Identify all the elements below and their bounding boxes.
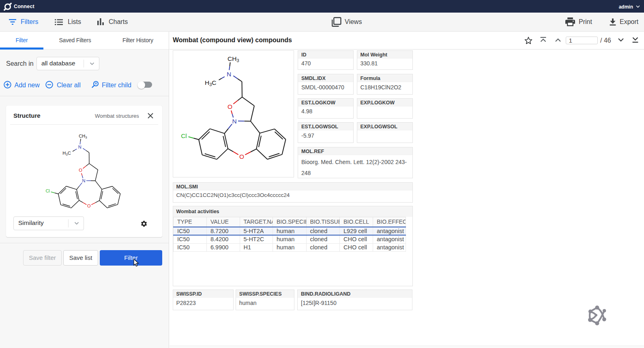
svg-text:O: O <box>87 203 91 208</box>
svg-text:O: O <box>239 153 244 160</box>
svg-text:O: O <box>228 103 232 110</box>
svg-text:H3C: H3C <box>205 79 217 87</box>
svg-text:N: N <box>82 178 85 183</box>
svg-text:CH3: CH3 <box>79 134 87 139</box>
svg-text:H3C: H3C <box>62 151 71 156</box>
svg-text:Cl: Cl <box>45 189 49 194</box>
svg-text:Cl: Cl <box>181 132 187 139</box>
svg-text:N: N <box>227 71 231 78</box>
svg-text:N: N <box>232 118 236 125</box>
svg-text:CH3: CH3 <box>228 55 239 63</box>
svg-text:O: O <box>79 168 82 173</box>
svg-text:N: N <box>78 145 81 149</box>
